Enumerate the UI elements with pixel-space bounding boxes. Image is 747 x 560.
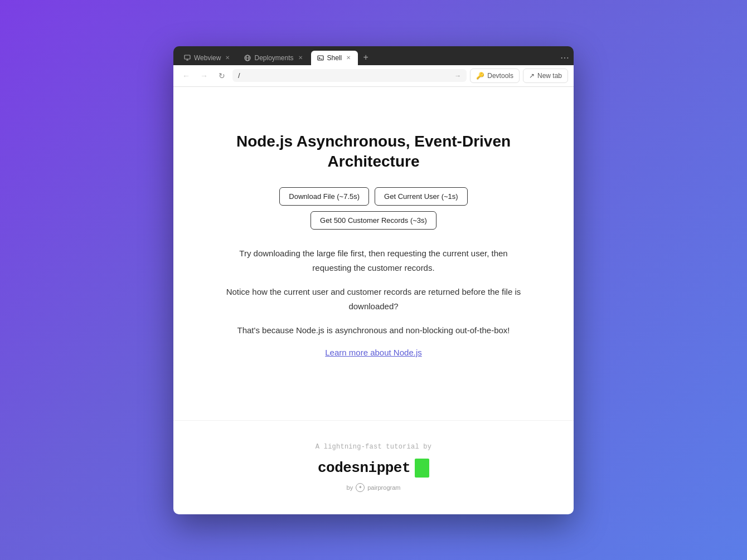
footer-tagline: A lightning-fast tutorial by — [190, 443, 557, 451]
get-current-user-button[interactable]: Get Current User (~1s) — [375, 187, 468, 206]
address-forward-icon: → — [454, 72, 461, 80]
address-bar[interactable]: / → — [232, 69, 467, 82]
tab-deployments-label: Deployments — [254, 54, 293, 62]
forward-button[interactable]: → — [197, 69, 211, 83]
main-content: Node.js Asynchronous, Event-Driven Archi… — [206, 87, 541, 420]
by-label: by — [347, 484, 353, 491]
footer-logo-row: codesnippet — [190, 459, 557, 478]
tab-webview[interactable]: Webview ✕ — [178, 51, 237, 65]
external-link-icon: ↗ — [529, 72, 535, 80]
address-text: / — [238, 71, 451, 80]
terminal-icon — [317, 54, 324, 62]
monitor-icon — [183, 54, 191, 62]
refresh-button[interactable]: ↻ — [215, 69, 229, 83]
action-buttons-row: Download File (~7.5s) Get Current User (… — [223, 187, 524, 230]
learn-more-link[interactable]: Learn more about Node.js — [325, 348, 421, 357]
key-icon: 🔑 — [476, 72, 484, 80]
overflow-icon: ⋯ — [560, 52, 569, 63]
new-tab-action-label: New tab — [537, 72, 562, 80]
svg-rect-6 — [318, 56, 323, 60]
title-bar: Webview ✕ Deployments ✕ — [173, 46, 574, 87]
browser-window: Webview ✕ Deployments ✕ — [173, 46, 574, 514]
description-3: That's because Node.js is asynchronous a… — [223, 323, 524, 338]
description-2: Notice how the current user and customer… — [223, 285, 524, 313]
footer-pairprogram: by ✦ pairprogram — [190, 483, 557, 492]
devtools-label: Devtools — [487, 72, 513, 80]
new-tab-action-button[interactable]: ↗ New tab — [523, 69, 568, 83]
tab-shell[interactable]: Shell ✕ — [311, 51, 358, 65]
tab-shell-label: Shell — [327, 54, 342, 62]
tab-deployments[interactable]: Deployments ✕ — [238, 51, 309, 65]
globe-icon — [244, 54, 251, 62]
tabs-overflow-menu[interactable]: ⋯ — [560, 52, 569, 65]
tab-webview-close[interactable]: ✕ — [224, 54, 231, 62]
footer-green-box — [415, 459, 429, 478]
refresh-icon: ↻ — [219, 71, 225, 80]
devtools-button[interactable]: 🔑 Devtools — [470, 69, 520, 83]
forward-icon: → — [200, 71, 208, 80]
new-tab-button[interactable]: + — [359, 51, 372, 64]
nav-bar: ← → ↻ / → 🔑 Devtools ↗ New tab — [173, 65, 574, 87]
page-title: Node.js Asynchronous, Event-Driven Archi… — [223, 132, 524, 172]
back-icon: ← — [182, 71, 190, 80]
page-content: Node.js Asynchronous, Event-Driven Archi… — [173, 87, 574, 514]
tab-deployments-close[interactable]: ✕ — [297, 54, 304, 62]
description-1: Try downloading the large file first, th… — [223, 246, 524, 275]
tabs-row: Webview ✕ Deployments ✕ — [173, 46, 574, 65]
pairprogram-label: pairprogram — [367, 484, 400, 491]
tab-shell-close[interactable]: ✕ — [345, 54, 352, 62]
get-customer-records-button[interactable]: Get 500 Customer Records (~3s) — [311, 211, 436, 230]
back-button[interactable]: ← — [179, 69, 193, 83]
svg-rect-0 — [185, 55, 190, 59]
tab-webview-label: Webview — [194, 54, 221, 62]
footer-brand-text: codesnippet — [318, 460, 410, 476]
download-file-button[interactable]: Download File (~7.5s) — [279, 187, 369, 206]
page-footer: A lightning-fast tutorial by codesnippet… — [173, 420, 574, 514]
pairprogram-logo-icon: ✦ — [356, 483, 365, 492]
